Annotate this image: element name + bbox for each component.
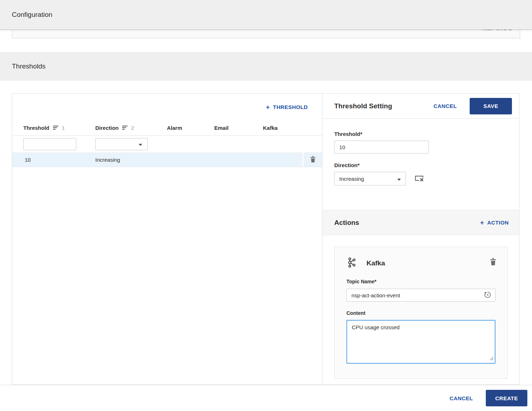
- sort-bars-icon: [53, 126, 59, 130]
- restore-history-icon: [484, 290, 492, 300]
- sort-order-badge: 1: [62, 125, 65, 131]
- topic-name-label: Topic Name*: [346, 279, 495, 284]
- plus-icon: +: [266, 104, 270, 110]
- sort-bars-icon: [122, 126, 128, 130]
- actions-section-header: Actions + ACTION: [322, 210, 519, 235]
- delete-row-button[interactable]: [310, 156, 316, 164]
- content-label: Content: [346, 310, 495, 316]
- footer-cancel-button[interactable]: CANCEL: [450, 395, 473, 401]
- restore-default-button[interactable]: [484, 290, 492, 300]
- column-label: Alarm: [167, 125, 182, 131]
- table-header-row: Threshold 1 Direction 2 Alarm Email Ka: [12, 121, 322, 136]
- clear-selection-button[interactable]: [414, 175, 424, 183]
- trash-icon: [490, 258, 496, 266]
- chevron-down-icon: [139, 141, 142, 147]
- topic-name-input[interactable]: nsp-act-action-event: [346, 289, 495, 302]
- spacer: [0, 38, 532, 52]
- column-header-kafka[interactable]: Kafka: [263, 125, 322, 131]
- column-label: Email: [214, 125, 229, 131]
- direction-field-label: Direction*: [334, 162, 519, 168]
- table-empty-area: [12, 167, 322, 384]
- filter-row: [12, 136, 322, 153]
- direction-select-value: Increasing: [339, 176, 364, 182]
- threshold-filter-input[interactable]: [23, 138, 76, 150]
- chevron-down-icon: [397, 176, 401, 182]
- cell-direction: Increasing: [95, 153, 167, 167]
- kafka-card-header: Kafka: [346, 257, 495, 269]
- kafka-icon: [346, 257, 357, 269]
- spacer: [0, 81, 532, 93]
- clear-selection-icon: [414, 175, 424, 183]
- app-header: Configuration: [0, 0, 532, 30]
- row-actions-cell: [303, 153, 322, 167]
- setting-cancel-button[interactable]: CANCEL: [433, 103, 457, 109]
- direction-select[interactable]: Increasing: [334, 172, 406, 185]
- column-header-alarm[interactable]: Alarm: [167, 125, 214, 131]
- delete-action-button[interactable]: [490, 258, 496, 266]
- threshold-input[interactable]: [334, 141, 429, 153]
- setting-panel-title: Threshold Setting: [334, 102, 433, 110]
- thresholds-panel: + THRESHOLD Threshold 1 Direction 2 Alar…: [12, 93, 519, 385]
- filter-cell-direction: [95, 138, 167, 150]
- filter-cell-threshold: [23, 138, 95, 150]
- sort-order-badge: 2: [131, 125, 134, 131]
- kafka-action-card: Kafka Topic Name* nsp-act-action-event: [334, 247, 508, 379]
- cell-kafka: [263, 153, 302, 167]
- page-title-configuration: Configuration: [12, 11, 52, 19]
- content-textarea[interactable]: CPU usage crossed: [347, 321, 495, 363]
- thresholds-table: + THRESHOLD Threshold 1 Direction 2 Alar…: [12, 94, 322, 384]
- scrolled-panel: Total Rows: 1: [12, 30, 520, 38]
- table-toolbar: + THRESHOLD: [12, 94, 322, 121]
- table-row[interactable]: 10 Increasing: [12, 153, 322, 167]
- section-header-thresholds: Thresholds: [0, 52, 532, 81]
- column-header-email[interactable]: Email: [214, 125, 263, 131]
- column-header-direction[interactable]: Direction 2: [95, 125, 167, 131]
- threshold-fields-section: Threshold* Direction* Increasing: [322, 119, 519, 210]
- save-button[interactable]: SAVE: [470, 98, 512, 114]
- cell-email: [214, 153, 263, 167]
- column-header-threshold[interactable]: Threshold 1: [23, 125, 95, 131]
- direction-row: Increasing: [334, 172, 519, 185]
- footer-create-button[interactable]: CREATE: [486, 390, 527, 406]
- thresholds-title: Thresholds: [12, 62, 45, 70]
- add-action-button[interactable]: + ACTION: [480, 219, 509, 226]
- trash-icon: [310, 156, 316, 164]
- add-threshold-button[interactable]: + THRESHOLD: [266, 104, 308, 110]
- cell-value: 10: [23, 157, 31, 163]
- content-field: CPU usage crossed: [346, 320, 495, 364]
- plus-icon: +: [480, 219, 484, 226]
- setting-panel-header: Threshold Setting CANCEL SAVE: [322, 94, 519, 119]
- column-label: Threshold: [23, 125, 49, 131]
- clipped-total-text: Total Rows: 1: [481, 30, 512, 32]
- add-threshold-label: THRESHOLD: [273, 104, 308, 110]
- actions-title: Actions: [334, 219, 359, 227]
- actions-card-area: Kafka Topic Name* nsp-act-action-event: [322, 235, 519, 384]
- cell-value: Increasing: [95, 157, 120, 163]
- cell-threshold: 10: [23, 153, 95, 167]
- column-label: Kafka: [263, 125, 278, 131]
- topic-name-value: nsp-act-action-event: [351, 292, 400, 298]
- cell-alarm: [167, 153, 214, 167]
- page-footer: CANCEL CREATE: [0, 385, 532, 411]
- threshold-field-label: Threshold*: [334, 131, 519, 137]
- direction-filter-select[interactable]: [95, 138, 148, 150]
- kafka-card-title: Kafka: [366, 259, 385, 267]
- add-action-label: ACTION: [487, 219, 509, 226]
- column-label: Direction: [95, 125, 119, 131]
- threshold-setting-panel: Threshold Setting CANCEL SAVE Threshold*…: [322, 94, 519, 384]
